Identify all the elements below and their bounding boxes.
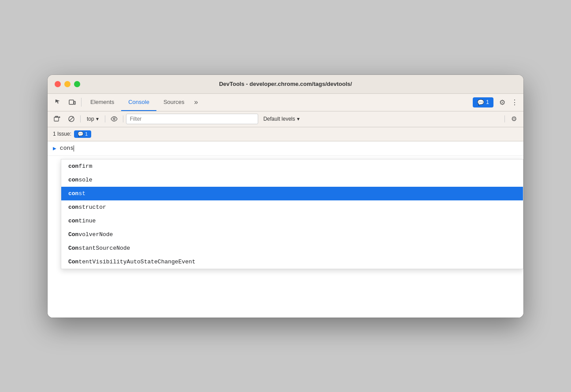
autocomplete-match: Con	[68, 245, 78, 251]
eye-icon-button[interactable]	[108, 113, 120, 125]
autocomplete-match: con	[68, 163, 78, 170]
issues-count: 1	[85, 131, 88, 137]
autocomplete-item-constructor[interactable]: constructor	[61, 200, 523, 214]
console-typed-text: cons	[60, 145, 74, 152]
svg-point-5	[113, 118, 115, 120]
context-label: top	[87, 116, 94, 122]
autocomplete-suffix: st	[78, 190, 85, 197]
traffic-lights	[55, 81, 80, 87]
autocomplete-item-contentvisibility[interactable]: ContentVisibilityAutoStateChangeEvent	[61, 255, 523, 269]
autocomplete-item-continue[interactable]: continue	[61, 214, 523, 228]
autocomplete-suffix: tentVisibilityAutoStateChangeEvent	[78, 259, 195, 265]
clear-console-button[interactable]	[51, 113, 63, 125]
autocomplete-item-const[interactable]: const	[61, 187, 523, 200]
autocomplete-suffix: volverNode	[78, 231, 113, 238]
svg-rect-2	[54, 117, 59, 121]
tab-console[interactable]: Console	[121, 93, 156, 111]
devtools-panel: Elements Console Sources » 💬 1 ⚙ ⋮	[48, 94, 523, 318]
console-settings-button[interactable]: ⚙	[508, 113, 520, 125]
tab-bar: Elements Console Sources » 💬 1 ⚙ ⋮	[48, 94, 523, 111]
title-bar: DevTools - developer.chrome.com/tags/dev…	[48, 75, 523, 94]
device-toolbar-icon[interactable]	[65, 95, 79, 109]
autocomplete-suffix: tinue	[78, 218, 96, 224]
more-tabs-button[interactable]: »	[192, 98, 201, 106]
autocomplete-suffix: stantSourceNode	[78, 245, 130, 251]
autocomplete-match: Con	[68, 259, 78, 265]
tab-separator-1	[81, 98, 82, 107]
autocomplete-item-console[interactable]: console	[61, 173, 523, 187]
autocomplete-match: con	[68, 204, 78, 211]
console-input-line[interactable]: ▶ cons	[48, 141, 523, 156]
svg-rect-1	[74, 101, 75, 104]
issues-counter[interactable]: 💬 1	[74, 130, 91, 138]
autocomplete-suffix: sole	[78, 177, 92, 183]
devtools-window: DevTools - developer.chrome.com/tags/dev…	[48, 75, 523, 318]
tab-sources-label: Sources	[163, 99, 185, 105]
more-options-button[interactable]: ⋮	[509, 95, 520, 109]
toolbar-sep-3	[123, 115, 123, 122]
maximize-button[interactable]	[74, 81, 80, 87]
issues-prefix: 1 Issue:	[53, 131, 71, 137]
autocomplete-match: con	[68, 177, 78, 183]
svg-rect-0	[69, 100, 74, 104]
console-input-text: cons	[60, 145, 74, 152]
inspect-element-icon[interactable]	[51, 95, 65, 109]
tab-sources[interactable]: Sources	[156, 93, 192, 111]
autocomplete-item-confirm[interactable]: confirm	[61, 159, 523, 173]
svg-line-4	[69, 117, 74, 121]
issues-chat-icon: 💬	[78, 131, 84, 137]
minimize-button[interactable]	[64, 81, 70, 87]
autocomplete-suffix: structor	[78, 204, 106, 211]
issue-count: 1	[486, 99, 489, 105]
autocomplete-item-convolvernode[interactable]: ConvolverNode	[61, 228, 523, 241]
console-toolbar: top ▾ Default levels ▾ ⚙	[48, 111, 523, 127]
filter-input[interactable]	[126, 114, 258, 124]
context-dropdown-icon: ▾	[96, 116, 99, 122]
toolbar-sep-1	[80, 115, 81, 122]
autocomplete-item-constantsourcenode[interactable]: ConstantSourceNode	[61, 241, 523, 255]
context-selector[interactable]: top ▾	[83, 115, 102, 123]
autocomplete-dropdown: confirm console const constructor contin…	[61, 159, 523, 269]
close-button[interactable]	[55, 81, 61, 87]
issue-chat-icon: 💬	[477, 99, 484, 106]
tab-elements[interactable]: Elements	[83, 93, 121, 111]
autocomplete-match: con	[68, 218, 78, 224]
issue-badge[interactable]: 💬 1	[473, 97, 493, 107]
levels-selector[interactable]: Default levels ▾	[260, 115, 303, 123]
settings-button[interactable]: ⚙	[495, 95, 509, 109]
console-content: ▶ cons confirm console const constructor	[48, 141, 523, 318]
levels-dropdown-icon: ▾	[297, 116, 300, 122]
window-title: DevTools - developer.chrome.com/tags/dev…	[219, 81, 352, 87]
toolbar-sep-4	[504, 115, 505, 122]
issues-bar: 1 Issue: 💬 1	[48, 127, 523, 141]
tab-console-label: Console	[128, 99, 149, 105]
console-prompt-icon: ▶	[53, 145, 56, 152]
toolbar-sep-2	[105, 115, 105, 122]
autocomplete-suffix: firm	[78, 163, 92, 170]
cursor	[74, 145, 74, 152]
tab-elements-label: Elements	[90, 99, 114, 105]
autocomplete-match: con	[68, 190, 78, 197]
block-requests-button[interactable]	[65, 113, 78, 125]
autocomplete-match: Con	[68, 231, 78, 238]
levels-label: Default levels	[263, 116, 295, 122]
